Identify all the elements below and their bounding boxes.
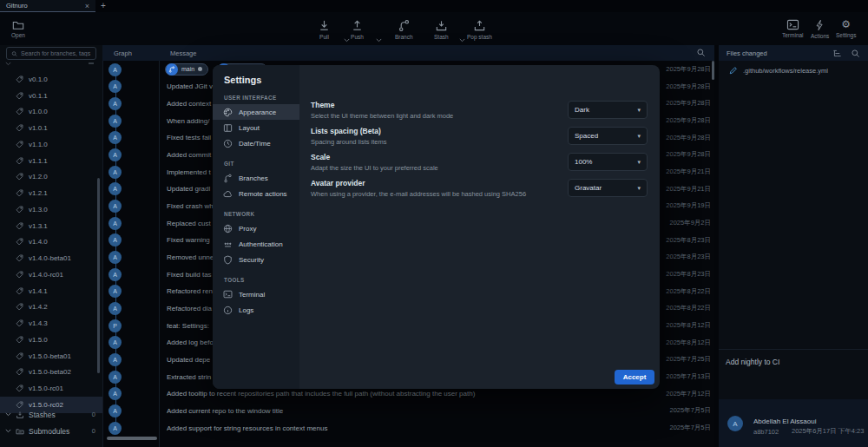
commit-avatar-node[interactable]: A <box>108 404 122 417</box>
commit-avatar-node[interactable]: A <box>108 387 122 400</box>
commit-message-box[interactable]: Add nightly to CI <box>719 349 868 399</box>
sidebar-item-tag[interactable]: v1.1.0 <box>0 136 102 153</box>
tree-view-icon[interactable] <box>832 49 842 58</box>
stashes-count: 0 <box>92 411 95 418</box>
close-tab-icon[interactable]: × <box>85 2 89 10</box>
tag-label: v1.3.0 <box>29 206 48 214</box>
repo-tab[interactable]: Gitnuro × <box>0 0 95 12</box>
commit-avatar-node[interactable]: A <box>108 422 122 435</box>
open-repository-button[interactable]: Open <box>11 19 25 38</box>
sidebar-item-tag[interactable]: v1.2.0 <box>0 169 102 186</box>
pull-button[interactable]: Pull <box>318 19 331 40</box>
commit-avatar-node[interactable]: A <box>108 285 122 298</box>
sidebar-item-tag[interactable]: v1.4.0-beta01 <box>0 250 102 266</box>
commit-date: 2025年9月28日 <box>666 65 711 74</box>
commit-avatar-node[interactable]: A <box>108 268 122 281</box>
branch-button[interactable]: Branch <box>395 19 413 40</box>
sidebar-item-submodules[interactable]: Submodules 0 <box>0 423 102 439</box>
commit-avatar-node[interactable]: A <box>108 217 122 230</box>
sidebar-item-tag[interactable]: v1.0.0 <box>0 104 102 121</box>
graph-row: A <box>102 129 159 147</box>
settings-nav-remote-actions[interactable]: Remote actions <box>213 186 299 201</box>
push-button[interactable]: Push <box>351 19 364 40</box>
pull-chevron-down-icon[interactable] <box>344 38 350 43</box>
settings-nav-date-time[interactable]: Date/Time <box>213 135 299 151</box>
settings-nav-security[interactable]: Security <box>213 252 299 267</box>
commit-avatar-node[interactable]: A <box>108 200 122 213</box>
sidebar-scrollbar[interactable] <box>97 178 100 373</box>
search-icon[interactable] <box>851 49 860 58</box>
accept-button[interactable]: Accept <box>615 370 654 385</box>
settings-nav-authentication[interactable]: Authentication <box>213 236 299 252</box>
option-dropdown[interactable]: Gravatar ▾ <box>568 179 648 197</box>
sidebar-item-tag[interactable]: v1.4.0 <box>0 234 102 251</box>
palette-icon <box>223 108 233 117</box>
sidebar-item-tag[interactable]: v1.3.0 <box>0 201 102 218</box>
push-chevron-down-icon[interactable] <box>376 38 382 43</box>
sidebar-item-tag[interactable]: v1.4.1 <box>0 283 102 299</box>
sidebar-item-tag[interactable]: v1.5.0-beta02 <box>0 365 102 381</box>
settings-button[interactable]: ⚙ Settings <box>836 19 857 38</box>
commit-avatar-node[interactable]: A <box>108 302 122 315</box>
commit-avatar-node[interactable]: A <box>108 233 122 247</box>
commit-avatar-node[interactable]: A <box>108 115 122 128</box>
commit-avatar-node[interactable]: A <box>108 371 122 384</box>
option-dropdown[interactable]: 100% ▾ <box>568 153 648 171</box>
commit-avatar-node[interactable]: A <box>108 63 122 76</box>
commit-avatar-node[interactable]: A <box>108 80 122 93</box>
option-dropdown[interactable]: Spaced ▾ <box>568 127 648 145</box>
log-search-icon[interactable] <box>696 48 706 57</box>
terminal-button[interactable]: Terminal <box>782 19 804 38</box>
commit-avatar-node[interactable]: A <box>108 336 122 349</box>
option-title: Lists spacing (Beta) <box>311 127 559 135</box>
commit-author-card: A Abdellah El Aissaoui a8b7102 2025年6月17… <box>719 399 868 447</box>
settings-nav-logs[interactable]: Logs <box>213 302 299 318</box>
tag-label: v1.2.0 <box>29 173 48 181</box>
sidebar-search-input[interactable] <box>21 50 91 56</box>
sidebar-item-tag[interactable]: v1.2.1 <box>0 185 102 201</box>
sidebar-item-tag[interactable]: v1.5.0-beta01 <box>0 348 102 365</box>
sidebar-item-tag[interactable]: v1.3.1 <box>0 218 102 234</box>
commit-row[interactable]: Added support for string resources in co… <box>160 419 715 437</box>
sidebar-item-tag[interactable]: v1.5.0 <box>0 332 102 348</box>
branch-badge-main[interactable]: main <box>165 63 208 76</box>
sidebar-item-tag[interactable]: v1.4.0-rc01 <box>0 266 102 283</box>
commit-avatar-node[interactable]: A <box>108 182 122 195</box>
pop-stash-button[interactable]: Pop stash <box>467 19 492 40</box>
commit-date: 2025年8月12日 <box>666 321 711 330</box>
settings-nav-terminal[interactable]: Terminal <box>213 286 299 302</box>
branch-icon <box>398 19 411 32</box>
sidebar-item-tag[interactable]: v0.1.1 <box>0 88 102 104</box>
stash-chevron-down-icon[interactable] <box>459 38 465 43</box>
actions-button[interactable]: Actions <box>811 19 829 39</box>
graph-horizontal-scrollbar[interactable] <box>107 437 157 440</box>
branch-badge-label: main <box>181 66 194 72</box>
commit-avatar-node[interactable]: A <box>108 353 122 366</box>
sidebar-item-tag[interactable]: v1.1.1 <box>0 153 102 169</box>
commit-avatar-node[interactable]: A <box>108 97 122 110</box>
commit-avatar-node[interactable]: A <box>108 166 122 179</box>
changed-file-row[interactable]: .github/workflows/release.yml <box>719 61 868 75</box>
commit-row[interactable]: Added current repo to the window title 2… <box>160 403 715 420</box>
commit-avatar-node[interactable]: A <box>108 148 122 161</box>
commit-avatar-node[interactable]: P <box>108 319 122 332</box>
commit-avatar-node[interactable]: A <box>108 131 122 144</box>
option-dropdown[interactable]: Dark ▾ <box>568 101 648 119</box>
pull-icon <box>318 19 331 32</box>
settings-nav-appearance[interactable]: Appearance <box>213 104 299 120</box>
new-tab-button[interactable]: + <box>95 0 111 12</box>
sidebar-item-tag[interactable]: v1.4.3 <box>0 315 102 332</box>
sidebar-item-tag[interactable]: v1.4.2 <box>0 299 102 316</box>
sidebar-search[interactable] <box>6 47 96 60</box>
sidebar-item-tag[interactable]: v1.5.0-rc01 <box>0 380 102 397</box>
sidebar-item-stashes[interactable]: Stashes 0 <box>0 406 102 423</box>
stash-button[interactable]: Stash <box>434 19 449 40</box>
layout-icon <box>223 123 233 133</box>
settings-nav-proxy[interactable]: Proxy <box>213 220 299 236</box>
sidebar-item-tag[interactable]: v0.1.0 <box>0 71 102 88</box>
commit-avatar-node[interactable]: A <box>108 251 122 264</box>
settings-nav-layout[interactable]: Layout <box>213 120 299 135</box>
settings-nav-branches[interactable]: Branches <box>213 170 299 186</box>
tag-icon <box>16 189 23 197</box>
sidebar-item-tag[interactable]: v1.0.1 <box>0 120 102 136</box>
